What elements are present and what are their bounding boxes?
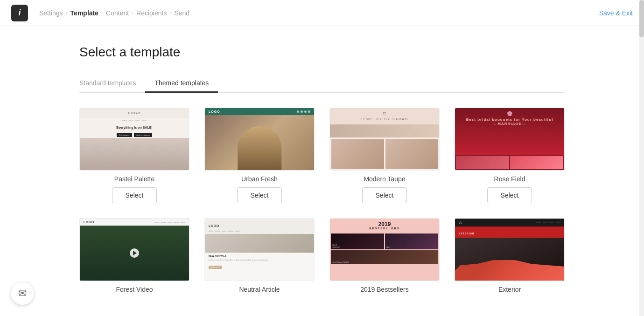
template-name-exterior: Exterior: [498, 286, 521, 293]
preview-forest-header: LOGO menu menu menu menu menu: [80, 219, 189, 226]
breadcrumb-settings[interactable]: Settings: [39, 9, 63, 17]
select-button-rose-field[interactable]: Select: [487, 187, 532, 203]
template-name-pastel-palette: Pastel Palette: [114, 175, 154, 183]
preview-hero-img: [330, 124, 439, 137]
preview-rose-top: 🌸 Best bridal bouquets for Your beautifu…: [455, 108, 564, 155]
breadcrumb-template[interactable]: Template: [70, 9, 98, 17]
select-button-pastel-palette[interactable]: Select: [112, 187, 157, 203]
preview-ext-logo-icon: ⛤: [459, 220, 462, 225]
template-preview-urban-fresh[interactable]: LOGO: [204, 108, 315, 171]
preview-logo: LOGO: [80, 108, 189, 118]
preview-top-section: ⛉ Jewelry by Sarah: [330, 108, 439, 124]
breadcrumb-sep-2: ›: [101, 10, 103, 16]
template-card-rose-field: 🌸 Best bridal bouquets for Your beautifu…: [455, 108, 565, 203]
select-button-modern-taupe[interactable]: Select: [362, 187, 407, 203]
template-card-bestsellers-2019: 2019 BESTSELLERS YOURDEMONS TWO Life & M…: [329, 218, 440, 293]
tab-standard-templates[interactable]: Standard templates: [79, 75, 145, 93]
template-name-urban-fresh: Urban Fresh: [241, 175, 278, 183]
header: i Settings › Template › Content › Recipi…: [0, 0, 644, 26]
template-name-bestsellers-2019: 2019 Bestsellers: [360, 286, 409, 293]
mail-fab-button[interactable]: ✉: [11, 282, 34, 305]
template-name-neutral-article: Neutral Article: [239, 286, 280, 293]
preview-ext-hero: EXTERIOR: [455, 227, 564, 238]
preview-arch-icon: 🌸: [507, 111, 512, 116]
preview-brand-icon: ⛉: [383, 112, 386, 116]
breadcrumb-sep-4: ›: [169, 10, 171, 16]
preview-brand-name: Jewelry by Sarah: [361, 117, 408, 121]
template-name-forest-video: Forest Video: [116, 286, 153, 293]
preview-article-text: NEW ARRIVALS Use the tools from the tool…: [205, 253, 314, 281]
template-preview-modern-taupe[interactable]: ⛉ Jewelry by Sarah: [329, 108, 440, 171]
template-preview-pastel-palette[interactable]: LOGO menumenumenumenu Everything is on S…: [79, 108, 189, 171]
breadcrumb-content[interactable]: Content: [106, 9, 129, 17]
preview-image-area: [80, 138, 189, 170]
template-preview-exterior[interactable]: ⛤ menu menu menu menu EXTERIOR: [455, 218, 565, 281]
app-logo[interactable]: i: [11, 5, 28, 21]
template-preview-bestsellers-2019[interactable]: 2019 BESTSELLERS YOURDEMONS TWO Life & M…: [329, 218, 440, 281]
select-button-urban-fresh[interactable]: Select: [237, 187, 282, 203]
template-card-pastel-palette: LOGO menumenumenumenu Everything is on S…: [79, 108, 189, 203]
page-title: Select a template: [79, 45, 565, 60]
header-left: i Settings › Template › Content › Recipi…: [11, 5, 189, 21]
template-tabs: Standard templates Themed templates: [79, 75, 565, 93]
template-card-forest-video: LOGO menu menu menu menu menu Forest Vid…: [79, 218, 189, 293]
preview-marriage-text: Best bridal bouquets for Your beautiful–…: [466, 117, 553, 126]
breadcrumb-recipients[interactable]: Recipients: [136, 9, 167, 17]
preview-image-area-urban: [205, 115, 314, 170]
template-card-neutral-article: LOGO menu menu menu menu menu NEW ARRIVA…: [204, 218, 315, 293]
breadcrumb-sep-1: ›: [66, 10, 68, 16]
template-preview-forest-video[interactable]: LOGO menu menu menu menu menu: [79, 218, 189, 281]
preview-play-button: [130, 248, 139, 258]
template-grid-row1: LOGO menumenumenumenu Everything is on S…: [79, 108, 565, 203]
preview-neutral-header: LOGO menu menu menu menu menu: [205, 219, 314, 234]
tab-themed-templates[interactable]: Themed templates: [145, 75, 218, 93]
preview-cat-row: first category second category: [80, 132, 189, 138]
breadcrumb: Settings › Template › Content › Recipien…: [39, 9, 189, 17]
play-triangle-icon: [133, 251, 137, 255]
scrollbar-thumb[interactable]: [639, 0, 644, 37]
preview-article-img: [205, 234, 314, 253]
template-name-rose-field: Rose Field: [494, 175, 525, 183]
preview-nav: menumenumenumenu: [80, 118, 189, 123]
preview-forest-img: [80, 226, 189, 281]
preview-ext-car-img: [455, 238, 564, 281]
template-name-modern-taupe: Modern Taupe: [364, 175, 405, 183]
preview-bottom-section: [330, 137, 439, 170]
mail-icon: ✉: [18, 288, 27, 300]
preview-top-bar: LOGO: [205, 108, 314, 115]
logo-icon: i: [18, 8, 21, 18]
save-exit-button[interactable]: Save & Exit: [599, 9, 633, 17]
template-grid-row2: LOGO menu menu menu menu menu Forest Vid…: [79, 218, 565, 293]
breadcrumb-send[interactable]: Send: [174, 9, 189, 17]
template-card-exterior: ⛤ menu menu menu menu EXTERIOR Exterior: [455, 218, 565, 293]
preview-bs-images: YOURDEMONS TWO Life & Magic FACED: [330, 233, 439, 281]
preview-sale-text: Everything is on SALE!: [80, 123, 189, 132]
preview-bs-title: 2019 BESTSELLERS: [330, 219, 439, 233]
scrollbar-track[interactable]: [639, 0, 644, 316]
template-card-urban-fresh: LOGO Urban Fresh Select: [204, 108, 315, 203]
template-card-modern-taupe: ⛉ Jewelry by Sarah Modern Taupe Select: [329, 108, 440, 203]
preview-ext-header: ⛤ menu menu menu menu: [455, 219, 564, 227]
template-preview-neutral-article[interactable]: LOGO menu menu menu menu menu NEW ARRIVA…: [204, 218, 315, 281]
main-content: Select a template Standard templates The…: [0, 26, 644, 312]
template-preview-rose-field[interactable]: 🌸 Best bridal bouquets for Your beautifu…: [455, 108, 565, 171]
preview-rose-imgs: [455, 155, 564, 170]
breadcrumb-sep-3: ›: [132, 10, 133, 16]
